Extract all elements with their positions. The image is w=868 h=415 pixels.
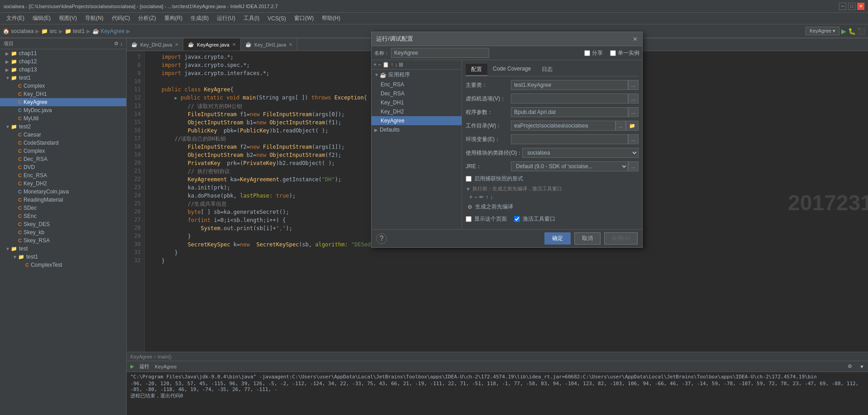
dialog-share-checkbox[interactable] [584, 50, 590, 56]
dialog-tree-key-dh2-label: Key_DH2 [381, 108, 404, 115]
dialog-apply-button[interactable]: 应用(A) [604, 232, 638, 245]
form-label-use-module: 使用模块的类路径(O)： [466, 149, 522, 157]
dialog-tab-log[interactable]: 日志 [536, 64, 558, 76]
dialog-ok-button[interactable]: 确定 [544, 232, 571, 245]
before-launch-label: 执行前：生成之前先编译，激活工具窗口 [472, 185, 562, 192]
activate-tools-row: 激活工具窗口 [514, 215, 555, 223]
form-select-jre[interactable]: Default (9.0 - SDK of 'socialse... [511, 161, 628, 171]
form-input-env-vars[interactable] [511, 134, 628, 144]
form-row-env-vars: 环境变量(E)： ... [466, 134, 639, 144]
dialog-right-panel: 配置 Code Coverage 日志 主要类： ... 虚拟机选项(V)： .… [462, 60, 642, 229]
watermark: 20172311 [788, 190, 868, 215]
form-row-use-module: 使用模块的类路径(O)： socialsea [466, 148, 639, 158]
dialog-tree-defaults[interactable]: ▶ Defaults [372, 125, 462, 134]
dialog-move-down-icon[interactable]: ↓ [395, 61, 397, 68]
dialog-tree-key-dh2[interactable]: Key_DH2 [372, 107, 462, 116]
dialog-tree-keyagree[interactable]: KeyAgree [372, 116, 462, 125]
dialog-title-bar: 运行/调试配置 ✕ [372, 32, 642, 46]
dialog-tree-dec-rsa-label: Dec_RSA [381, 90, 405, 97]
dialog-tab-config[interactable]: 配置 [466, 64, 487, 76]
footer-checkboxes: 显示这个页面 激活工具窗口 [466, 215, 639, 226]
dialog-single-instance-checkbox[interactable] [610, 50, 616, 56]
form-input-program-args[interactable] [511, 107, 628, 117]
before-launch-toolbar: + − ✏ ↑ ↓ [469, 194, 639, 200]
form-input-main-class[interactable] [511, 80, 628, 90]
activate-tools-label: 激活工具窗口 [523, 215, 555, 223]
dialog-tree-expand-app: ▼ [374, 72, 380, 77]
dialog-toolbar-input: 名称： [374, 50, 389, 57]
form-input-working-dir[interactable] [511, 121, 615, 131]
activate-tools-checkbox[interactable] [514, 216, 520, 222]
before-launch-edit-icon[interactable]: ✏ [479, 194, 484, 200]
dialog-toolbar: 名称： 分享 单一实例 [372, 46, 642, 60]
dialog-tree-key-dh1[interactable]: Key_DH1 [372, 98, 462, 107]
form-btn-env-vars[interactable]: ... [628, 134, 639, 144]
dialog-footer-right: 确定 取消 应用(A) [544, 232, 638, 245]
dialog-name-input[interactable] [391, 48, 489, 58]
dialog-tree-toolbar: + − 📋 ↑ ↓ ⊞ [372, 60, 462, 70]
dialog-tree-app-icon: ☕ [380, 72, 386, 78]
dialog-form-tabs: 配置 Code Coverage 日志 [466, 64, 639, 76]
dialog-add-icon[interactable]: + [373, 61, 377, 68]
dialog-move-up-icon[interactable]: ↑ [391, 61, 393, 68]
form-input-vm-options[interactable] [511, 94, 628, 104]
form-btn-main-class[interactable]: ... [628, 80, 639, 90]
form-label-env-vars: 环境变量(E)： [466, 136, 511, 143]
dialog-overlay: 运行/调试配置 ✕ 名称： 分享 单一实例 + − [0, 0, 868, 415]
compile-icon: ⚙ [467, 204, 472, 210]
dialog-tree-app-label: 应用程序 [388, 71, 410, 79]
dialog-share-label: 分享 [584, 49, 603, 57]
compile-label: 生成之前先编译 [475, 203, 513, 211]
dialog-copy-icon[interactable]: 📋 [382, 61, 389, 68]
form-row-vm-options: 虚拟机选项(V)： ... [466, 94, 639, 104]
dialog-cancel-button[interactable]: 取消 [574, 232, 601, 245]
form-checkbox-capture-snapshot[interactable] [466, 176, 472, 182]
dialog-title-text: 运行/调试配置 [376, 35, 413, 43]
dialog-tree-dec-rsa[interactable]: Dec_RSA [372, 89, 462, 98]
show-page-checkbox[interactable] [466, 216, 472, 222]
dialog-content: + − 📋 ↑ ↓ ⊞ ▼ ☕ 应用程序 Enc_RSA Dec_RSA [372, 60, 642, 229]
form-row-capture-snapshot: 启用捕获快照的形式 [466, 175, 639, 183]
form-row-jre: JRE： Default (9.0 - SDK of 'socialse... … [466, 161, 639, 171]
dialog-left-panel: + − 📋 ↑ ↓ ⊞ ▼ ☕ 应用程序 Enc_RSA Dec_RSA [372, 60, 462, 229]
dialog-footer: ? 确定 取消 应用(A) [372, 229, 642, 247]
dialog-help-icon[interactable]: ? [376, 233, 387, 244]
dialog-sort-icon[interactable]: ⊞ [399, 61, 403, 68]
show-page-row: 显示这个页面 [466, 215, 507, 223]
dialog-tab-coverage[interactable]: Code Coverage [487, 64, 536, 76]
before-launch-remove-icon[interactable]: − [474, 194, 477, 200]
dialog-tree-defaults-label: Defaults [380, 127, 400, 133]
form-row-main-class: 主要类： ... [466, 80, 639, 90]
dialog-tree-app-group[interactable]: ▼ ☕ 应用程序 [372, 70, 462, 80]
form-row-working-dir: 工作目录(W)： ... 📁 [466, 121, 639, 131]
form-label-capture-snapshot: 启用捕获快照的形式 [474, 175, 523, 183]
dialog-remove-icon[interactable]: − [378, 61, 381, 68]
form-btn-vm-options[interactable]: ... [628, 94, 639, 104]
form-label-program-args: 程序参数： [466, 108, 511, 116]
form-btn-jre[interactable]: ... [628, 161, 639, 171]
before-launch-expand-icon: ▼ [466, 186, 471, 192]
run-debug-dialog: 运行/调试配置 ✕ 名称： 分享 单一实例 + − [371, 32, 643, 248]
before-launch-up-icon[interactable]: ↑ [486, 194, 488, 200]
form-label-main-class: 主要类： [466, 81, 511, 89]
form-btn-working-dir-dots[interactable]: ... [615, 121, 626, 131]
dialog-tree-expand-defaults: ▶ [374, 127, 380, 132]
dialog-tree-key-dh1-label: Key_DH1 [381, 99, 404, 106]
dialog-single-instance-label: 单一实例 [610, 49, 639, 57]
form-btn-working-dir-folder[interactable]: 📁 [626, 121, 639, 131]
before-launch-compile-item: ⚙ 生成之前先编译 [466, 202, 639, 212]
before-launch-down-icon[interactable]: ↓ [490, 194, 493, 200]
dialog-tree-enc-rsa[interactable]: Enc_RSA [372, 80, 462, 89]
form-select-use-module[interactable]: socialsea [522, 148, 639, 158]
form-label-vm-options: 虚拟机选项(V)： [466, 95, 511, 103]
dialog-close-icon[interactable]: ✕ [633, 36, 638, 42]
before-launch-header: ▼ 执行前：生成之前先编译，激活工具窗口 [466, 185, 639, 192]
dialog-tree-enc-rsa-label: Enc_RSA [381, 81, 404, 88]
dialog-footer-left: ? [376, 233, 387, 244]
show-page-label: 显示这个页面 [474, 215, 507, 223]
form-row-program-args: 程序参数： ... [466, 107, 639, 117]
dialog-tree-keyagree-label: KeyAgree [381, 118, 405, 124]
form-label-working-dir: 工作目录(W)： [466, 122, 511, 130]
before-launch-add-icon[interactable]: + [469, 194, 472, 200]
form-btn-program-args[interactable]: ... [628, 107, 639, 117]
